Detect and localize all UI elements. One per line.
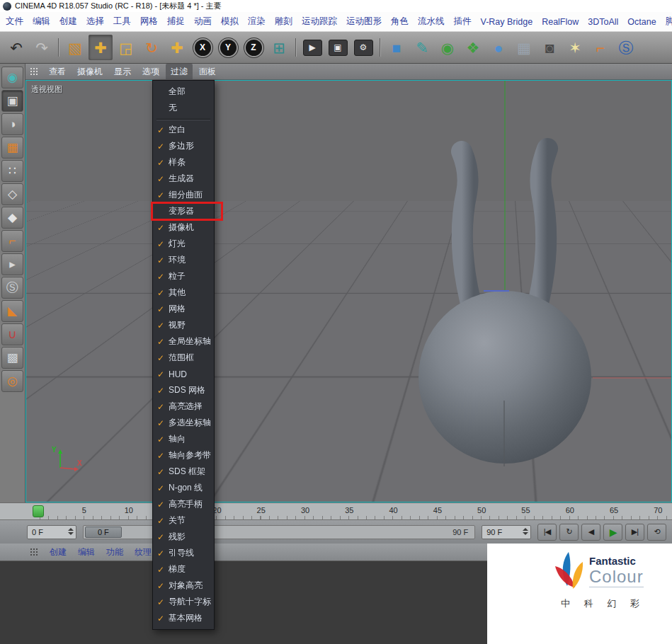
goto-start-button[interactable]: |◀ [537,524,557,541]
filter-menu-item[interactable]: ✓ 范围框 [153,350,214,366]
filter-menu-item[interactable]: ✓ 无 [153,100,214,116]
menu-item[interactable]: 捕捉 [167,16,185,28]
filter-menu-item[interactable]: ✓ 空白 [153,122,214,138]
filter-menu-item[interactable]: ✓ 生成器 [153,171,214,187]
filter-menu-item[interactable]: ✓ 环境 [153,252,214,268]
workplane-button[interactable]: ⌐ [588,35,613,60]
navigation-globe-icon[interactable]: ◉ [1,67,23,88]
floor-button[interactable]: ▦ [512,35,536,60]
panel-drag-handle[interactable] [30,548,38,556]
viewport-menu-item[interactable]: 摄像机 [72,64,108,80]
viewport-menu-item[interactable]: 选项 [137,64,164,80]
cloner-button[interactable]: ❖ [461,35,485,60]
play-forwards-button[interactable]: ▶ [603,524,622,541]
lock-x-axis-button[interactable]: X [190,35,215,60]
menu-item[interactable]: 渲染 [248,16,266,28]
spinner-arrows-icon[interactable] [68,528,74,535]
lock-z-axis-button[interactable]: Z [241,35,266,60]
menu-item[interactable]: 文件 [6,16,23,28]
material-manager-area[interactable] [0,561,487,644]
menu-item[interactable]: 选择 [86,16,104,28]
toolbar-separator[interactable] [55,37,62,58]
material-menu-item[interactable]: 创建 [50,546,67,558]
add-cube-button[interactable]: ■ [385,35,409,60]
filter-menu-item[interactable]: ✓ 残影 [153,529,214,545]
filter-menu-item[interactable]: ✓ 粒子 [153,268,214,284]
filter-menu-item[interactable]: ✓ 全部 [153,84,214,100]
subdivision-surface-button[interactable]: ◉ [435,35,460,60]
filter-menu-item[interactable]: ✓ 关节 [153,512,214,529]
menu-item[interactable]: 插件 [454,16,472,28]
magnet-icon[interactable]: ∪ [1,323,23,345]
filter-menu-item[interactable]: ✓ 样条 [153,154,214,171]
filter-menu-item[interactable]: ✓ 引导线 [153,545,214,561]
filter-menu-item[interactable]: ✓ SDS 网格 [153,382,214,398]
cycle-button[interactable]: ⟲ [647,524,666,541]
filter-menu-item[interactable]: ✓ 基本网格 [153,610,214,626]
filter-menu-item[interactable]: ✓ 变形器 [153,203,214,219]
texture-mode-button[interactable]: ▦ [1,137,23,159]
filter-menu-item[interactable]: ✓ 视野 [153,317,214,333]
menu-item[interactable]: 角色 [391,16,409,28]
undo-icon[interactable]: ↶ [4,35,28,60]
filter-menu-item[interactable]: ✓ N-gon 线 [153,480,214,496]
menu-item[interactable]: Octane [627,17,656,27]
goto-end-button[interactable]: ▶| [625,524,644,541]
rings-icon[interactable]: ◎ [1,370,23,392]
filter-menu-item[interactable]: ✓ 轴向 [153,431,214,447]
filter-menu-item[interactable]: ✓ 细分曲面 [153,187,214,203]
filter-menu-item[interactable]: ✓ 高亮手柄 [153,496,214,512]
polygons-mode-button[interactable]: ◆ [1,207,23,229]
filter-menu-item[interactable]: ✓ 梯度 [153,561,214,577]
snap-mode-button[interactable]: ▸ [1,253,23,275]
make-editable-button[interactable]: ▣ [1,90,23,112]
lock-grid-icon[interactable]: ▩ [1,347,23,369]
timeline-ruler[interactable]: 0 5 10 15 20 25 30 35 40 45 50 55 60 65 … [0,502,672,519]
metaball-button[interactable]: ● [486,35,511,60]
panel-drag-handle[interactable] [30,67,38,76]
toolbar-separator[interactable] [377,37,383,58]
filter-menu-item[interactable]: ✓ 灯光 [153,236,214,252]
coordinate-system-button[interactable]: ⊞ [267,35,291,60]
scene-canvas[interactable] [26,81,671,502]
filter-menu-item[interactable]: ✓ 多边形 [153,138,214,154]
menu-item[interactable]: 3DToAll [588,17,618,27]
light-button[interactable]: ✶ [563,35,587,60]
filter-menu-item[interactable]: ✓ 摄像机 [153,219,214,236]
filter-menu-item[interactable]: ✓ SDS 框架 [153,464,214,480]
perspective-viewport[interactable]: 透视视图 Y X [25,80,672,502]
live-selection-tool[interactable]: ▧ [63,35,87,60]
filter-menu-item[interactable]: ✓ 高亮选择 [153,398,214,415]
viewport-menu-item[interactable]: 显示 [109,64,136,80]
render-settings-button[interactable]: ⚙ [351,35,375,60]
play-backwards-button[interactable]: ◀ [581,524,600,541]
paint-bucket-icon[interactable]: ◣ [1,300,23,322]
menu-item[interactable]: 编辑 [33,16,50,28]
filter-menu-item[interactable]: ✓ 多选坐标轴 [153,415,214,431]
filter-menu-item[interactable]: ✓ 网格 [153,301,214,317]
menu-item[interactable]: RealFlow [542,17,579,27]
filter-menu-item[interactable]: ✓ 轴向参考带 [153,447,214,464]
filter-menu-item[interactable]: ✓ 其他 [153,284,214,301]
menu-item[interactable]: 创建 [59,16,77,28]
filter-menu-item[interactable]: ✓ 导航十字标 [153,594,214,610]
filter-menu-item[interactable]: ✓ 对象高亮 [153,577,214,594]
spline-pen-button[interactable]: ✎ [410,35,434,60]
menu-item[interactable]: V-Ray Bridge [481,17,533,27]
material-menu-item[interactable]: 纹理 [135,546,152,558]
points-mode-button[interactable]: ∷ [1,160,23,182]
render-picture-viewer-button[interactable]: ▣ [326,35,350,60]
plugin-s-button[interactable]: Ⓢ [614,35,638,60]
end-frame-field[interactable]: 90 F [482,525,531,539]
redo-icon[interactable]: ↷ [30,35,54,60]
render-view-button[interactable]: ▶ [300,35,324,60]
model-mode-button[interactable]: ◑ [1,113,23,135]
play-mode-button[interactable]: ↻ [559,524,579,541]
camera-button[interactable]: ◙ [537,35,562,60]
scale-tool[interactable]: ◲ [114,35,138,60]
frame-range-slider[interactable]: 0 F 90 F [83,525,475,539]
rotate-tool[interactable]: ↻ [139,35,164,60]
move-tool[interactable]: ✚ [89,35,113,60]
menu-item[interactable]: 雕刻 [275,16,292,28]
menu-item[interactable]: 流水线 [418,16,445,28]
